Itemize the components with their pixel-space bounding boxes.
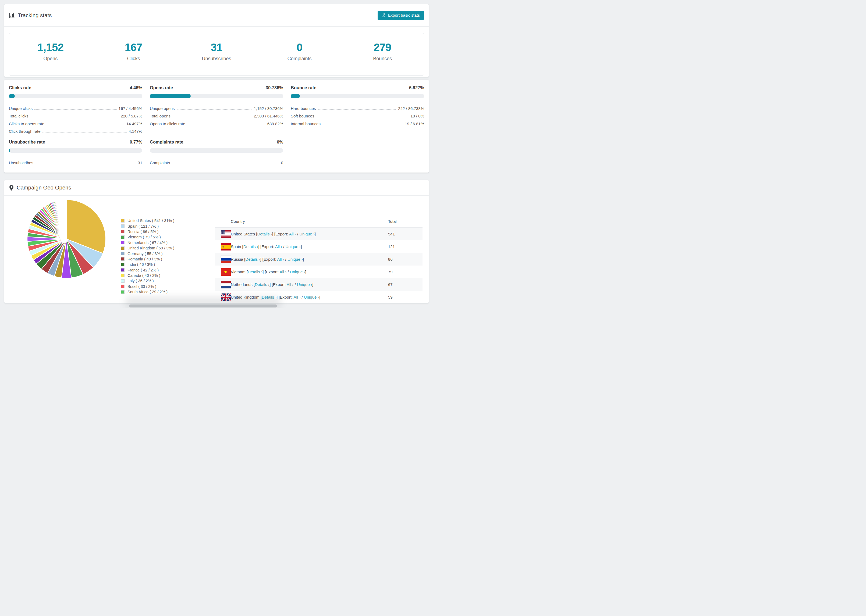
stat-value: 1,152 bbox=[9, 41, 92, 53]
legend-label: Italy ( 36 / 2% ) bbox=[128, 279, 154, 283]
geo-table-row-spain: Spain [Details ›] [Export: All › / Uniqu… bbox=[215, 240, 422, 253]
export-unique-link[interactable]: Unique › bbox=[288, 257, 303, 261]
rate-value: 4.46% bbox=[130, 85, 142, 90]
dotted-leader bbox=[30, 117, 119, 117]
export-all-link[interactable]: All › bbox=[275, 244, 282, 249]
stat-cell-bounces: 279Bounces bbox=[341, 33, 424, 75]
export-all-link[interactable]: All › bbox=[293, 295, 301, 299]
country-name: Netherlands bbox=[231, 282, 252, 287]
rate-progress-bar bbox=[9, 148, 142, 152]
geo-table-row-vietnam: Vietnam [Details ›] [Export: All › / Uni… bbox=[215, 266, 422, 278]
legend-swatch bbox=[121, 247, 124, 250]
details-link[interactable]: Details › bbox=[262, 295, 277, 299]
geo-table-row-russia: Russia [Details ›] [Export: All › / Uniq… bbox=[215, 253, 422, 266]
stat-cell-clicks: 167Clicks bbox=[92, 33, 175, 75]
legend-label: Germany ( 55 / 3% ) bbox=[128, 251, 163, 256]
rate-detail-row: Opens to clicks rate689.82% bbox=[150, 118, 283, 126]
geo-table-country-header: Country bbox=[231, 219, 388, 224]
details-link[interactable]: Details › bbox=[248, 270, 263, 274]
rate-detail-row: Clicks to opens rate14.497% bbox=[9, 118, 142, 126]
legend-label: Brazil ( 33 / 2% ) bbox=[128, 284, 156, 289]
geo-table-row-united-states: United States [Details ›] [Export: All ›… bbox=[215, 228, 422, 240]
country-name: United States bbox=[231, 232, 255, 236]
tracking-stats-card: Tracking stats Export basic stats 1,152O… bbox=[4, 4, 429, 77]
flag-icon-us bbox=[221, 230, 231, 238]
rate-detail-row: Click through rate4.147% bbox=[9, 126, 142, 134]
export-all-link[interactable]: All › bbox=[277, 257, 284, 261]
legend-item-south-africa: South Africa ( 29 / 2% ) bbox=[121, 289, 174, 295]
export-all-link[interactable]: All › bbox=[280, 270, 287, 274]
legend-item-france: France ( 42 / 2% ) bbox=[121, 267, 174, 273]
rate-detail-row: Total clicks220 / 5.87% bbox=[9, 111, 142, 118]
legend-label: Canada ( 40 / 2% ) bbox=[128, 273, 160, 278]
campaign-geo-opens-body: United States ( 541 / 31% )Spain ( 121 /… bbox=[4, 196, 429, 303]
rate-progress-fill bbox=[291, 94, 300, 98]
stat-cell-opens: 1,152Opens bbox=[9, 33, 92, 75]
legend-swatch bbox=[121, 257, 124, 261]
legend-item-italy: Italy ( 36 / 2% ) bbox=[121, 278, 174, 284]
dotted-leader bbox=[318, 109, 396, 110]
details-link[interactable]: Details › bbox=[257, 232, 272, 236]
legend-swatch bbox=[121, 263, 124, 266]
country-total: 86 bbox=[388, 257, 422, 261]
legend-swatch bbox=[121, 290, 124, 294]
geo-table-row-united-kingdom: United Kingdom [Details ›] [Export: All … bbox=[215, 291, 422, 303]
details-link[interactable]: Details › bbox=[245, 257, 260, 261]
legend-item-united-kingdom: United Kingdom ( 59 / 3% ) bbox=[121, 245, 174, 251]
export-unique-link[interactable]: Unique › bbox=[299, 232, 315, 236]
flag-icon-es bbox=[221, 243, 231, 250]
rate-detail-row: Soft bounces18 / 0% bbox=[291, 111, 424, 118]
rate-detail-row: Unique clicks167 / 4.456% bbox=[9, 103, 142, 111]
tracking-stats-title-text: Tracking stats bbox=[18, 13, 52, 19]
tracking-stats-header: Tracking stats Export basic stats bbox=[4, 4, 429, 27]
export-unique-link[interactable]: Unique › bbox=[304, 295, 319, 299]
export-unique-link[interactable]: Unique › bbox=[290, 270, 305, 274]
stat-value: 167 bbox=[92, 41, 175, 53]
legend-item-canada: Canada ( 40 / 2% ) bbox=[121, 273, 174, 278]
export-unique-link[interactable]: Unique › bbox=[285, 244, 301, 249]
stat-value: 31 bbox=[175, 41, 258, 53]
rate-progress-fill bbox=[9, 94, 15, 98]
dotted-leader bbox=[35, 109, 117, 110]
rate-detail-row: Unique opens1,152 / 30.736% bbox=[150, 103, 283, 111]
bar-chart-icon bbox=[9, 13, 15, 18]
map-pin-icon bbox=[9, 185, 14, 191]
rate-panel-complaints-rate: Complaints rate0%Complaints0 bbox=[150, 140, 283, 165]
stat-value: 0 bbox=[258, 41, 341, 53]
rates-grid: Clicks rate4.46%Unique clicks167 / 4.456… bbox=[9, 85, 424, 165]
geo-opens-table: Country Total United States [Details ›] … bbox=[215, 215, 422, 303]
horizontal-scrollbar-thumb[interactable] bbox=[129, 305, 277, 308]
campaign-geo-opens-header: Campaign Geo Opens bbox=[4, 180, 429, 196]
tracking-stats-title: Tracking stats bbox=[9, 13, 52, 19]
geo-opens-pie-chart[interactable] bbox=[26, 199, 107, 279]
rate-progress-fill bbox=[9, 148, 10, 152]
rate-title: Opens rate bbox=[150, 85, 173, 90]
legend-label: Russia ( 86 / 5% ) bbox=[128, 229, 158, 234]
dotted-leader bbox=[177, 109, 252, 110]
rate-title: Unsubscribe rate bbox=[9, 140, 45, 145]
details-link[interactable]: Details › bbox=[255, 282, 269, 287]
legend-swatch bbox=[121, 274, 124, 277]
geo-table-total-header: Total bbox=[388, 219, 422, 224]
export-all-link[interactable]: All › bbox=[287, 282, 294, 287]
stat-value: 279 bbox=[341, 41, 424, 53]
legend-label: Romania ( 49 / 3% ) bbox=[128, 257, 162, 261]
country-total: 541 bbox=[388, 232, 422, 236]
details-link[interactable]: Details › bbox=[243, 244, 258, 249]
rate-value: 0.77% bbox=[130, 140, 142, 145]
export-basic-stats-label: Export basic stats bbox=[388, 13, 420, 17]
rate-detail-row: Complaints0 bbox=[150, 157, 283, 165]
export-unique-link[interactable]: Unique › bbox=[297, 282, 312, 287]
rate-detail-row: Unsubscribes31 bbox=[9, 157, 142, 165]
stat-cell-complaints: 0Complaints bbox=[258, 33, 341, 75]
legend-item-russia: Russia ( 86 / 5% ) bbox=[121, 229, 174, 234]
export-all-link[interactable]: All › bbox=[289, 232, 296, 236]
country-name: United Kingdom bbox=[231, 295, 260, 299]
flag-icon-nl bbox=[221, 281, 231, 288]
legend-label: Vietnam ( 79 / 5% ) bbox=[128, 235, 161, 239]
legend-label: South Africa ( 29 / 2% ) bbox=[128, 290, 168, 294]
stat-cell-unsubscribes: 31Unsubscribes bbox=[175, 33, 258, 75]
export-basic-stats-button[interactable]: Export basic stats bbox=[378, 11, 424, 20]
rate-detail-row: Total opens2,303 / 61.446% bbox=[150, 111, 283, 118]
legend-item-romania: Romania ( 49 / 3% ) bbox=[121, 256, 174, 262]
